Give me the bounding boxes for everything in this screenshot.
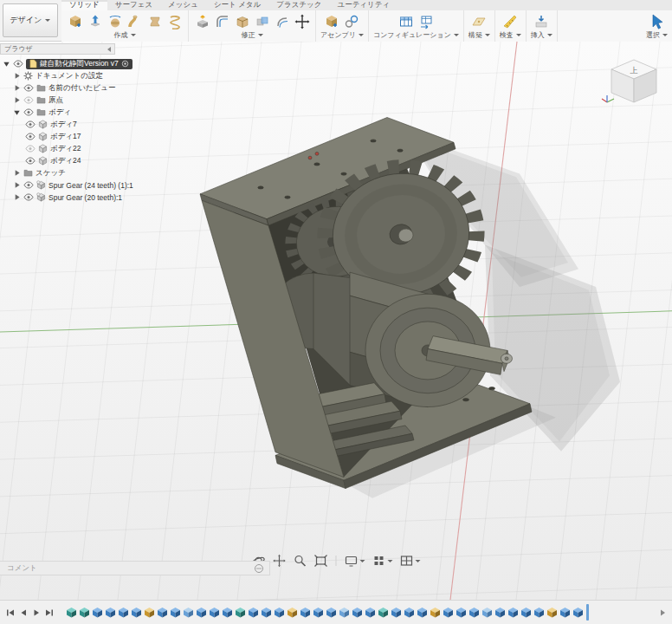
loft-icon[interactable] <box>145 12 164 30</box>
tab-sheet-metal[interactable]: シート メタル <box>206 0 268 10</box>
expand-arrow-icon[interactable] <box>13 108 21 116</box>
timeline-feature-body-icon[interactable] <box>92 607 103 618</box>
pan-icon[interactable] <box>271 553 288 569</box>
shell-icon[interactable] <box>233 12 251 30</box>
browser-item-body7[interactable]: ボディ7 <box>23 119 182 130</box>
timeline-feature-joint-icon[interactable] <box>287 607 298 618</box>
browser-item-document-root[interactable]: 鍵自動化静岡Version v7 <box>0 58 182 69</box>
timeline-feature-body-icon[interactable] <box>157 607 168 618</box>
press-pull-icon[interactable] <box>193 12 211 30</box>
visibility-eye-icon[interactable] <box>23 181 34 189</box>
tab-surface[interactable]: サーフェス <box>107 0 160 10</box>
grid-snaps-icon[interactable] <box>371 553 395 569</box>
comment-expand-icon[interactable] <box>254 563 264 574</box>
visibility-eye-icon[interactable] <box>25 157 36 165</box>
timeline-feature-body-icon[interactable] <box>559 607 571 618</box>
sweep-icon[interactable] <box>126 12 144 30</box>
visibility-eye-icon[interactable] <box>25 133 36 140</box>
timeline-scroll-right-icon[interactable] <box>656 606 669 619</box>
viewcube[interactable]: 上 <box>599 49 669 111</box>
timeline-feature-body-icon[interactable] <box>300 607 311 618</box>
browser-item-sketches[interactable]: スケッチ <box>10 167 182 179</box>
play-icon[interactable] <box>29 606 42 619</box>
tab-utilities[interactable]: ユーティリティ <box>329 0 397 10</box>
skip-to-start-icon[interactable] <box>3 606 16 619</box>
timeline-feature-body-icon[interactable] <box>443 607 454 618</box>
timeline-feature-body-icon[interactable] <box>352 607 363 618</box>
configuration-table-icon[interactable] <box>397 12 415 30</box>
timeline-feature-body-icon[interactable] <box>404 607 415 618</box>
tab-plastic[interactable]: プラスチック <box>268 0 329 10</box>
skip-to-end-icon[interactable] <box>42 606 55 619</box>
browser-item-origin[interactable]: 原点 <box>10 94 182 106</box>
coil-icon[interactable] <box>165 12 184 30</box>
timeline-feature-body-icon[interactable] <box>494 607 506 618</box>
expand-arrow-icon[interactable] <box>13 169 21 177</box>
timeline-feature-body-icon[interactable] <box>507 607 519 618</box>
timeline-feature-body-icon[interactable] <box>170 607 181 618</box>
timeline-position-marker[interactable] <box>586 604 589 621</box>
assemble-menu-button[interactable]: アセンブリ <box>320 30 364 41</box>
timeline-feature-body-icon[interactable] <box>105 607 116 618</box>
new-component-icon[interactable] <box>66 12 84 30</box>
timeline-feature-body-icon[interactable] <box>261 607 272 618</box>
new-component-icon[interactable] <box>323 12 341 30</box>
select-cursor-icon[interactable] <box>648 12 666 30</box>
joint-icon[interactable] <box>343 12 361 30</box>
expand-arrow-icon[interactable] <box>13 193 21 201</box>
browser-item-spur-gear-24[interactable]: Spur Gear (24 teeth) (1):1 <box>10 179 182 191</box>
construct-menu-button[interactable]: 構築 <box>468 30 490 41</box>
timeline-feature-body-icon[interactable] <box>274 607 285 618</box>
timeline-feature-body-icon[interactable] <box>417 607 428 618</box>
timeline-feature-pattern-icon[interactable] <box>339 607 350 618</box>
timeline-feature-body-icon[interactable] <box>248 607 259 618</box>
visibility-eye-icon[interactable] <box>23 108 34 116</box>
timeline-feature-body-icon[interactable] <box>222 607 233 618</box>
timeline-feature-body-icon[interactable] <box>196 607 207 618</box>
step-back-icon[interactable] <box>16 606 29 619</box>
expand-arrow-icon[interactable] <box>3 60 10 68</box>
expand-arrow-icon[interactable] <box>13 84 21 92</box>
timeline-feature-body-icon[interactable] <box>572 607 584 618</box>
combine-icon[interactable] <box>253 12 271 30</box>
viewport[interactable]: ブラウザ 鍵自動化静岡Version v7 ドキュメントの設定 <box>0 42 672 600</box>
visibility-eye-icon[interactable] <box>23 193 34 201</box>
display-settings-icon[interactable] <box>343 553 367 569</box>
workspace-selector-button[interactable]: デザイン <box>3 3 58 37</box>
comment-bar[interactable]: コメント <box>0 561 270 575</box>
timeline-feature-body-icon[interactable] <box>468 607 480 618</box>
timeline-feature-joint-icon[interactable] <box>430 607 441 618</box>
inspect-menu-button[interactable]: 検査 <box>500 30 521 41</box>
tab-mesh[interactable]: メッシュ <box>160 0 206 10</box>
browser-item-bodies-folder[interactable]: ボディ <box>10 107 182 118</box>
tab-solid[interactable]: ソリッド <box>61 0 107 10</box>
timeline-feature-body-icon[interactable] <box>533 607 545 618</box>
create-menu-button[interactable]: 作成 <box>114 30 136 41</box>
zoom-icon[interactable] <box>292 553 309 569</box>
move-icon[interactable] <box>293 12 311 30</box>
timeline-feature-body-icon[interactable] <box>520 607 532 618</box>
viewports-icon[interactable] <box>398 553 423 569</box>
browser-item-spur-gear-20[interactable]: Spur Gear (20 teeth):1 <box>10 192 182 203</box>
visibility-eye-icon[interactable] <box>13 60 23 68</box>
browser-header[interactable]: ブラウザ <box>0 43 115 55</box>
insert-menu-button[interactable]: 挿入 <box>531 30 552 41</box>
timeline-feature-body-icon[interactable] <box>209 607 220 618</box>
extrude-icon[interactable] <box>86 12 104 30</box>
timeline-feature-body-icon[interactable] <box>131 607 142 618</box>
timeline-feature-body-icon[interactable] <box>456 607 467 618</box>
timeline-feature-pattern-icon[interactable] <box>481 607 493 618</box>
measure-icon[interactable] <box>501 12 520 30</box>
browser-collapse-icon[interactable] <box>107 47 111 52</box>
timeline-feature-body-icon[interactable] <box>118 607 129 618</box>
configuration-menu-button[interactable]: コンフィギュレーション <box>373 30 459 41</box>
revolve-icon[interactable] <box>106 12 124 30</box>
timeline-feature-sketch-icon[interactable] <box>66 607 77 618</box>
browser-item-body22[interactable]: ボディ22 <box>23 143 182 154</box>
document-root-pill[interactable]: 鍵自動化静岡Version v7 <box>26 59 132 69</box>
expand-arrow-icon[interactable] <box>13 72 21 80</box>
browser-item-document-settings[interactable]: ドキュメントの設定 <box>10 70 182 81</box>
offset-icon[interactable] <box>273 12 291 30</box>
timeline-feature-sketch-icon[interactable] <box>235 607 246 618</box>
insert-icon[interactable] <box>533 12 551 30</box>
